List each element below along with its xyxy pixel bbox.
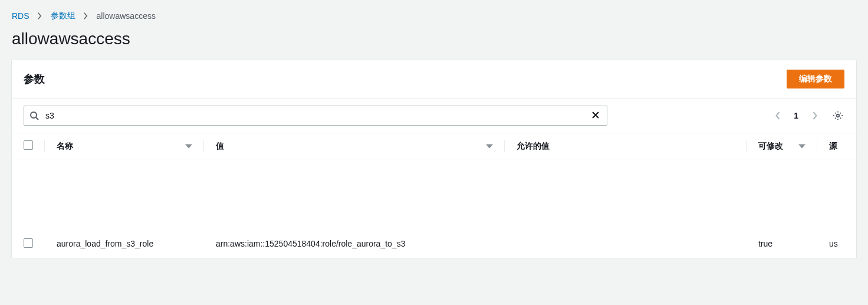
edit-parameters-button[interactable]: 编辑参数	[787, 70, 844, 88]
sort-icon	[798, 144, 805, 149]
cell-source: us	[817, 230, 864, 258]
breadcrumb: RDS 参数组 allowawsaccess	[0, 0, 868, 27]
clear-search-button[interactable]	[591, 110, 601, 121]
column-header-value[interactable]: 值	[204, 133, 505, 159]
panel-header: 参数 编辑参数	[12, 60, 856, 99]
column-header-name[interactable]: 名称	[45, 133, 204, 159]
gear-icon	[833, 110, 843, 121]
breadcrumb-current: allowawsaccess	[97, 11, 156, 21]
search-icon	[29, 111, 39, 120]
row-select-cell	[12, 230, 45, 258]
cell-name: aurora_load_from_s3_role	[45, 230, 204, 258]
chevron-right-icon	[38, 12, 42, 20]
svg-point-1	[837, 114, 840, 117]
breadcrumb-root-link[interactable]: RDS	[12, 11, 29, 21]
parameters-panel: 参数 编辑参数 1	[12, 60, 856, 258]
row-checkbox[interactable]	[24, 238, 33, 248]
breadcrumb-group-link[interactable]: 参数组	[51, 11, 75, 21]
next-page-button[interactable]	[809, 110, 821, 122]
page-title: allowawsaccess	[0, 27, 868, 60]
column-header-source[interactable]: 源	[817, 133, 864, 159]
search-input[interactable]	[24, 106, 607, 126]
column-header-modifiable[interactable]: 可修改	[747, 133, 817, 159]
column-label: 值	[216, 141, 224, 152]
chevron-right-icon	[84, 12, 88, 20]
settings-button[interactable]	[831, 109, 844, 122]
svg-point-0	[31, 112, 37, 118]
table-row: aurora_load_from_s3_role arn:aws:iam::15…	[12, 230, 864, 258]
column-label: 允许的值	[517, 141, 550, 152]
cell-modifiable: true	[747, 230, 817, 258]
toolbar: 1	[12, 99, 856, 133]
cell-allowed	[505, 230, 747, 258]
pagination: 1	[771, 109, 844, 122]
select-all-checkbox[interactable]	[24, 140, 33, 150]
sort-icon	[486, 144, 493, 149]
sort-icon	[185, 144, 192, 149]
search-wrapper	[24, 106, 607, 126]
panel-title: 参数	[24, 72, 45, 86]
cell-value: arn:aws:iam::152504518404:role/role_auro…	[204, 230, 505, 258]
select-all-header	[12, 133, 45, 159]
page-number: 1	[794, 111, 798, 120]
column-label: 名称	[57, 141, 73, 152]
prev-page-button[interactable]	[771, 110, 783, 122]
parameters-table: 名称 值 允许的值	[12, 133, 864, 258]
column-label: 可修改	[758, 141, 783, 152]
column-label: 源	[829, 141, 837, 152]
column-header-allowed[interactable]: 允许的值	[505, 133, 747, 159]
